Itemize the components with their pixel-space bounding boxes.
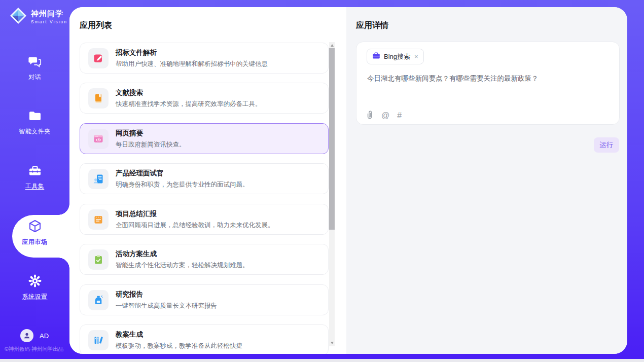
close-icon[interactable]: × bbox=[414, 53, 418, 60]
scrollbar-thumb[interactable] bbox=[329, 48, 335, 230]
brand-logo-icon bbox=[9, 7, 27, 27]
browser-code-icon bbox=[88, 129, 109, 149]
app-name: 文献搜索 bbox=[116, 88, 262, 97]
app-desc: 智能生成个性化活动方案，轻松解决规划难题。 bbox=[116, 261, 249, 270]
app-desc: 每日政府新闻资讯快查。 bbox=[116, 140, 186, 149]
app-name: 项目总结汇报 bbox=[116, 209, 274, 219]
app-name: 研究报告 bbox=[116, 290, 217, 299]
copyright-footer: ©神州数码·神州问学出品 bbox=[5, 346, 63, 353]
folder-icon bbox=[28, 110, 42, 123]
app-name: 教案生成 bbox=[116, 330, 242, 339]
app-card-web-summary[interactable]: 网页摘要 每日政府新闻资讯快查。 bbox=[80, 123, 329, 154]
tool-chip-bing-search[interactable]: Bing搜索 × bbox=[367, 49, 424, 64]
hashtag-icon[interactable]: # bbox=[397, 111, 402, 120]
sidebar-item-label: 对话 bbox=[0, 73, 69, 82]
books-icon bbox=[88, 330, 109, 350]
query-input[interactable]: 今日湖北有哪些新闻要点？有哪些需要关注的最新政策？ bbox=[367, 74, 610, 84]
prompt-card: Bing搜索 × 今日湖北有哪些新闻要点？有哪些需要关注的最新政策？ @ # bbox=[356, 42, 620, 125]
sidebar-item-label: 系统设置 bbox=[0, 293, 69, 301]
app-card-bid-analysis[interactable]: 招标文件解析 帮助用户快速、准确地理解和解析招标书中的关键信息 bbox=[80, 43, 329, 74]
sidebar-item-app-market[interactable]: 应用市场 bbox=[0, 219, 69, 246]
app-detail-title: 应用详情 bbox=[356, 20, 388, 31]
user-initials: AD bbox=[40, 332, 49, 340]
ink-report-icon bbox=[88, 290, 109, 310]
toolbox-icon bbox=[28, 164, 42, 178]
app-desc: 模板驱动，教案秒成，教学准备从此轻松快捷 bbox=[116, 342, 242, 350]
sidebar: 神州问学 Smart Vision 对话 智能文件夹 bbox=[0, 0, 69, 359]
brand-name: 神州问学 bbox=[31, 9, 67, 19]
app-card-project-summary[interactable]: 项目总结汇报 全面回顾项目进展，总结经验教训，助力未来优化发展。 bbox=[80, 204, 329, 235]
window-bottom-edge bbox=[0, 359, 644, 362]
app-name: 招标文件解析 bbox=[116, 48, 268, 57]
app-desc: 全面回顾项目进展，总结经验教训，助力未来优化发展。 bbox=[116, 221, 274, 230]
app-desc: 一键智能生成高质量长文本研究报告 bbox=[116, 302, 217, 310]
app-name: 网页摘要 bbox=[116, 129, 186, 138]
sidebar-item-chat[interactable]: 对话 bbox=[0, 55, 69, 82]
app-name: 产品经理面试官 bbox=[116, 169, 249, 178]
app-card-literature-search[interactable]: 文献搜索 快速精准查找学术资源，提高研究效率的必备工具。 bbox=[80, 83, 329, 114]
scrollbar[interactable] bbox=[329, 42, 335, 346]
triangle-up-icon bbox=[331, 44, 334, 47]
app-name: 活动方案生成 bbox=[116, 249, 249, 259]
app-card-event-plan[interactable]: 活动方案生成 智能生成个性化活动方案，轻松解决规划难题。 bbox=[80, 244, 329, 275]
app-card-pm-interviewer[interactable]: 产品经理面试官 明确身份和职责，为您提供专业性的面试问题。 bbox=[80, 163, 329, 194]
run-button[interactable]: 运行 bbox=[594, 137, 619, 153]
interviewer-icon bbox=[88, 169, 109, 189]
sidebar-item-settings[interactable]: 系统设置 bbox=[0, 274, 69, 301]
briefcase-icon bbox=[372, 52, 380, 61]
brand-subtitle: Smart Vision bbox=[31, 19, 67, 24]
avatar bbox=[20, 329, 33, 342]
main-content: 应用列表 招标文件解析 帮助用户快速、准确地理解和解析招标书中的关键信息 bbox=[69, 7, 627, 354]
gear-icon bbox=[28, 274, 42, 287]
chat-icon bbox=[28, 55, 42, 68]
app-window: 神州问学 Smart Vision 对话 智能文件夹 bbox=[0, 0, 644, 362]
notepad-icon bbox=[88, 209, 109, 230]
brand: 神州问学 Smart Vision bbox=[9, 7, 67, 27]
edit-doc-icon bbox=[88, 48, 109, 68]
app-list-panel: 应用列表 招标文件解析 帮助用户快速、准确地理解和解析招标书中的关键信息 bbox=[69, 7, 346, 354]
app-list-title: 应用列表 bbox=[80, 20, 112, 31]
sidebar-item-smart-folder[interactable]: 智能文件夹 bbox=[0, 110, 69, 136]
triangle-down-icon bbox=[331, 342, 334, 344]
clipboard-check-icon bbox=[88, 249, 109, 270]
scroll-down-button[interactable] bbox=[329, 340, 335, 346]
sidebar-item-label: 工具集 bbox=[0, 182, 69, 191]
tool-chip-label: Bing搜索 bbox=[384, 52, 410, 61]
attachment-toolbar: @ # bbox=[366, 110, 402, 121]
app-detail-panel: 应用详情 Bing搜索 × 今日湖北有哪些新闻要点？有哪些需要关注的最新政策？ bbox=[346, 7, 627, 354]
app-desc: 快速精准查找学术资源，提高研究效率的必备工具。 bbox=[116, 100, 262, 108]
sidebar-item-toolset[interactable]: 工具集 bbox=[0, 164, 69, 191]
app-card-lesson-plan[interactable]: 教案生成 模板驱动，教案秒成，教学准备从此轻松快捷 bbox=[80, 324, 329, 354]
book-icon bbox=[88, 88, 109, 108]
sidebar-item-label: 应用市场 bbox=[0, 238, 69, 246]
cube-icon bbox=[28, 219, 42, 233]
user-account[interactable]: AD bbox=[20, 329, 49, 342]
app-desc: 明确身份和职责，为您提供专业性的面试问题。 bbox=[116, 180, 249, 189]
app-desc: 帮助用户快速、准确地理解和解析招标书中的关键信息 bbox=[116, 60, 268, 68]
mention-icon[interactable]: @ bbox=[381, 111, 389, 120]
sidebar-item-label: 智能文件夹 bbox=[0, 127, 69, 136]
app-card-research-report[interactable]: 研究报告 一键智能生成高质量长文本研究报告 bbox=[80, 284, 329, 315]
paperclip-icon[interactable] bbox=[366, 110, 374, 121]
